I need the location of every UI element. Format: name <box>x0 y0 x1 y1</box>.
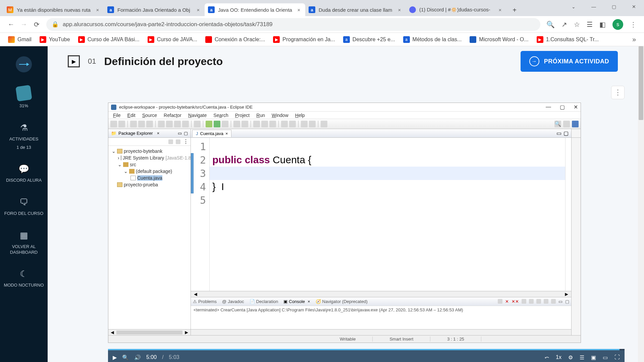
bookmark-item[interactable]: aMétodos de la clas... <box>400 34 465 45</box>
toolbar-icon[interactable] <box>269 121 276 127</box>
sidebar-night-mode[interactable]: ☾ MODO NOCTURNO <box>2 268 46 288</box>
sidebar-progress[interactable]: 31% <box>14 86 33 109</box>
bookmark-item[interactable]: Gmail <box>5 34 35 45</box>
tab-console[interactable]: ▣Console× <box>283 299 310 304</box>
console-action-icon[interactable] <box>551 299 556 304</box>
minimize-icon[interactable]: ▭ <box>178 131 182 136</box>
sidebar-discord[interactable]: 💬 DISCORD ALURA <box>4 164 44 183</box>
menu-refactor[interactable]: Refactor <box>161 113 184 118</box>
sidebar-actividades[interactable]: ⚗ ACTIVIDADES 1 de 13 <box>7 122 41 150</box>
zoom-icon[interactable]: 🔍 <box>546 20 555 28</box>
editor-tab[interactable]: J Cuenta.java × <box>192 130 231 137</box>
code-editor[interactable]: 12345 public class Cuenta { } I <box>191 138 571 291</box>
remove-icon[interactable]: ✕ <box>505 299 509 304</box>
link-icon[interactable] <box>176 139 180 144</box>
browser-tab[interactable]: a Duda desde crear una clase llam × <box>305 3 406 16</box>
run-icon[interactable] <box>214 121 220 127</box>
forward-icon[interactable] <box>309 121 316 127</box>
minimize-icon[interactable]: ▭ <box>558 299 562 304</box>
share-icon[interactable]: ↗ <box>561 20 567 28</box>
play-button[interactable]: ▶ <box>113 354 117 361</box>
menu-icon[interactable]: ⋮ <box>630 20 637 28</box>
star-icon[interactable]: ☆ <box>574 20 580 28</box>
close-icon[interactable]: × <box>497 7 503 13</box>
bookmark-item[interactable]: ▶Curso de JAVA... <box>144 34 201 45</box>
toolbar-icon[interactable] <box>253 121 260 127</box>
code-area[interactable]: public class Cuenta { } I <box>210 138 565 291</box>
theater-icon[interactable]: ▭ <box>603 354 608 361</box>
toolbar-icon[interactable] <box>166 121 173 127</box>
tab-problems[interactable]: ⚠Problems <box>193 299 217 304</box>
collapse-icon[interactable] <box>168 139 173 144</box>
debug-icon[interactable] <box>206 121 212 127</box>
menu-help[interactable]: Help <box>292 113 308 118</box>
transcript-icon[interactable]: ☰ <box>580 354 584 361</box>
menu-run[interactable]: Run <box>254 113 268 118</box>
java-perspective-icon[interactable] <box>572 121 579 127</box>
bookmark-item[interactable]: Microsoft Word - O... <box>466 34 532 45</box>
toolbar-icon[interactable] <box>138 121 145 127</box>
sidepanel-icon[interactable]: ◧ <box>599 20 606 28</box>
minimize-icon[interactable]: — <box>546 104 551 110</box>
maximize-icon[interactable]: ▢ <box>184 131 188 136</box>
toolbar-icon[interactable] <box>281 121 288 127</box>
toolbar-icon[interactable] <box>194 121 201 127</box>
options-menu[interactable]: ⋮ <box>611 86 625 99</box>
console-action-icon[interactable] <box>522 299 526 304</box>
menu-source[interactable]: Source <box>140 113 160 118</box>
volume-icon[interactable]: 🔊 <box>134 354 141 361</box>
tab-declaration[interactable]: 📄Declaration <box>250 299 278 304</box>
fullscreen-icon[interactable]: ⛶ <box>614 354 620 360</box>
toolbar-icon[interactable] <box>289 121 296 127</box>
sidebar-dashboard[interactable]: ▦ VOLVER AL DASHBOARD <box>0 230 48 255</box>
toolbar-icon[interactable] <box>110 121 117 127</box>
maximize-icon[interactable]: ▢ <box>564 130 569 136</box>
search-icon[interactable]: 🔍 <box>122 354 129 361</box>
menu-icon[interactable]: ⋮ <box>183 138 189 145</box>
close-icon[interactable]: × <box>296 7 302 13</box>
toolbar-icon[interactable] <box>174 121 181 127</box>
settings-icon[interactable]: ⚙ <box>568 354 573 361</box>
tab-javadoc[interactable]: @Javadoc <box>222 299 244 304</box>
toolbar-icon[interactable] <box>182 121 189 127</box>
bookmark-item[interactable]: ▶1.Consultas SQL- Tr... <box>533 34 602 45</box>
next-activity-button[interactable]: → PRÓXIMA ACTIVIDAD <box>521 51 618 72</box>
menu-project[interactable]: Project <box>232 113 253 118</box>
back-icon[interactable] <box>301 121 308 127</box>
toolbar-icon[interactable] <box>130 121 137 127</box>
rewind-icon[interactable]: ⤺ <box>545 354 549 361</box>
close-icon[interactable]: × <box>396 7 402 13</box>
scroll-left-icon[interactable]: ◄ <box>110 329 115 336</box>
playback-speed[interactable]: 1x <box>556 354 561 360</box>
toolbar-icon[interactable] <box>146 121 153 127</box>
tab-navigator[interactable]: 🧭Navigator (Deprecated) <box>316 299 368 304</box>
close-icon[interactable]: × <box>157 131 160 136</box>
pip-icon[interactable]: ▣ <box>591 354 596 361</box>
new-tab-button[interactable]: + <box>508 4 521 16</box>
back-button[interactable]: ← <box>5 18 17 31</box>
close-icon[interactable]: × <box>308 299 310 304</box>
maximize-button[interactable]: ▢ <box>604 0 624 13</box>
menu-search[interactable]: Search <box>211 113 231 118</box>
editor-scrollbar[interactable] <box>565 138 571 291</box>
close-icon[interactable]: × <box>195 7 201 13</box>
toolbar-icon[interactable] <box>222 121 228 127</box>
maximize-icon[interactable]: ▢ <box>565 299 569 304</box>
reading-list-icon[interactable]: ☰ <box>587 20 593 28</box>
scrollbar[interactable] <box>116 330 182 335</box>
profile-badge[interactable]: s <box>612 19 623 30</box>
minimize-button[interactable]: — <box>584 0 604 13</box>
bookmarks-overflow[interactable]: » <box>629 36 639 43</box>
sidebar-foro[interactable]: 🗨 FORO DEL CURSO <box>2 197 46 217</box>
menu-window[interactable]: Window <box>269 113 291 118</box>
menu-navigate[interactable]: Navigate <box>185 113 209 118</box>
scrollbar-thumb[interactable] <box>639 46 643 120</box>
page-scrollbar[interactable] <box>638 46 644 362</box>
browser-tab[interactable]: M Ya están disponibles nuevas ruta × <box>3 3 104 16</box>
scroll-left-icon[interactable]: ◄ <box>193 291 198 297</box>
close-icon[interactable]: ✕ <box>574 104 578 110</box>
toolbar-icon[interactable] <box>158 121 165 127</box>
console-action-icon[interactable] <box>498 299 502 304</box>
menu-edit[interactable]: Edit <box>125 113 138 118</box>
browser-tab-active[interactable]: a Java OO: Entendiendo la Orienta × <box>205 3 305 16</box>
